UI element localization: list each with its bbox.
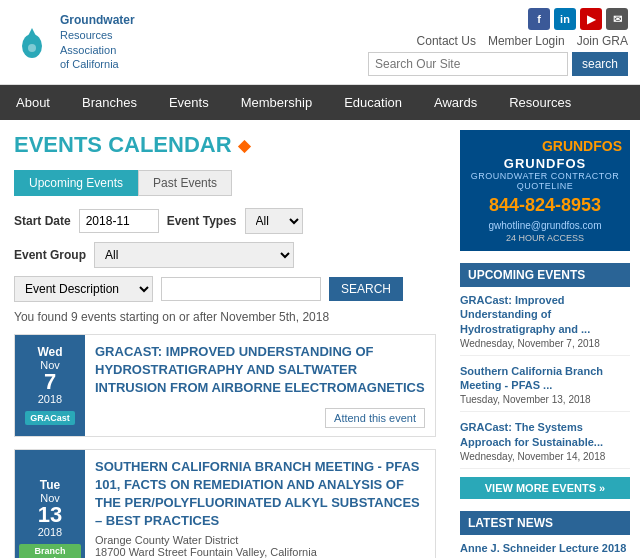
- upcoming-events-title: UPCOMING EVENTS: [460, 263, 630, 287]
- news-title-1: Anne J. Schneider Lecture 2018 featuring…: [460, 541, 630, 558]
- header-right: f in ▶ ✉ Contact Us Member Login Join GR…: [368, 8, 628, 76]
- start-date-label: Start Date: [14, 214, 71, 228]
- attend-link-1[interactable]: Attend this event: [325, 408, 425, 428]
- rss-icon: ◆: [238, 136, 250, 155]
- main-nav: About Branches Events Membership Educati…: [0, 85, 640, 120]
- news-item-1: Anne J. Schneider Lecture 2018 featuring…: [460, 541, 630, 558]
- sidebar-upcoming-title-3: GRACast: The Systems Approach for Sustai…: [460, 420, 630, 449]
- search-input[interactable]: [368, 52, 568, 76]
- search-events-button[interactable]: SEARCH: [329, 277, 403, 301]
- youtube-icon[interactable]: ▶: [580, 8, 602, 30]
- ad-brand: GRUNDFOS: [468, 156, 622, 171]
- contact-us-link[interactable]: Contact Us: [417, 34, 476, 48]
- sidebar-upcoming-title-1: GRACast: Improved Understanding of Hydro…: [460, 293, 630, 336]
- nav-resources[interactable]: Resources: [493, 85, 587, 120]
- event-date-1: Wed Nov 7 2018 GRACast: [15, 335, 85, 436]
- ad-access: 24 HOUR ACCESS: [468, 233, 622, 243]
- event-group-select[interactable]: All: [94, 242, 294, 268]
- event-title-2: SOUTHERN CALIFORNIA BRANCH MEETING - PFA…: [95, 458, 425, 531]
- ad-phone: 844-824-8953: [468, 195, 622, 216]
- svg-marker-1: [24, 28, 40, 44]
- linkedin-icon[interactable]: in: [554, 8, 576, 30]
- event-body-2: SOUTHERN CALIFORNIA BRANCH MEETING - PFA…: [85, 450, 435, 558]
- main-content: EVENTS CALENDAR ◆ Upcoming Events Past E…: [0, 120, 640, 558]
- sidebar-upcoming-title-2: Southern California Branch Meeting - PFA…: [460, 364, 630, 393]
- event-body-1: GRACAST: IMPROVED UNDERSTANDING OF HYDRO…: [85, 335, 435, 436]
- filter-row-3: Event Description SEARCH: [14, 276, 436, 302]
- ad-email: gwhotline@grundfos.com: [468, 220, 622, 231]
- tab-upcoming[interactable]: Upcoming Events: [14, 170, 138, 196]
- sidebar-upcoming-1: GRACast: Improved Understanding of Hydro…: [460, 293, 630, 356]
- event-badge-2: Branch Meeting: [19, 544, 81, 558]
- sidebar-upcoming-date-3: Wednesday, November 14, 2018: [460, 451, 630, 462]
- join-gra-link[interactable]: Join GRA: [577, 34, 628, 48]
- social-links: f in ▶ ✉: [528, 8, 628, 30]
- event-types-select[interactable]: All: [245, 208, 303, 234]
- filter-row-2: Event Group All: [14, 242, 436, 268]
- event-location-2: Orange County Water District18700 Ward S…: [95, 534, 425, 558]
- event-date-2: Tue Nov 13 2018 Branch Meeting: [15, 450, 85, 558]
- nav-about[interactable]: About: [0, 85, 66, 120]
- nav-branches[interactable]: Branches: [66, 85, 153, 120]
- facebook-icon[interactable]: f: [528, 8, 550, 30]
- ad-sub: GROUNDWATER CONTRACTOR QUOTELINE: [468, 171, 622, 191]
- logo-icon: [12, 22, 52, 62]
- event-card-2: Tue Nov 13 2018 Branch Meeting SOUTHERN …: [14, 449, 436, 558]
- event-badge-1: GRACast: [25, 411, 75, 425]
- nav-education[interactable]: Education: [328, 85, 418, 120]
- svg-point-2: [28, 44, 36, 52]
- member-login-link[interactable]: Member Login: [488, 34, 565, 48]
- tab-past[interactable]: Past Events: [138, 170, 232, 196]
- event-group-label: Event Group: [14, 248, 86, 262]
- ad-logo: GRUNDFOS: [468, 138, 622, 154]
- filter-row-1: Start Date Event Types All: [14, 208, 436, 234]
- start-date-input[interactable]: [79, 209, 159, 233]
- content-area: EVENTS CALENDAR ◆ Upcoming Events Past E…: [0, 120, 450, 558]
- sidebar: GRUNDFOS GRUNDFOS GROUNDWATER CONTRACTOR…: [450, 120, 640, 558]
- sidebar-upcoming-2: Southern California Branch Meeting - PFA…: [460, 364, 630, 413]
- event-title-1: GRACAST: IMPROVED UNDERSTANDING OF HYDRO…: [95, 343, 425, 398]
- latest-news-title: LATEST NEWS: [460, 511, 630, 535]
- sidebar-upcoming-date-1: Wednesday, November 7, 2018: [460, 338, 630, 349]
- sidebar-ad: GRUNDFOS GRUNDFOS GROUNDWATER CONTRACTOR…: [460, 130, 630, 251]
- search-button[interactable]: search: [572, 52, 628, 76]
- description-input[interactable]: [161, 277, 321, 301]
- header: Groundwater Resources Association of Cal…: [0, 0, 640, 85]
- nav-membership[interactable]: Membership: [225, 85, 329, 120]
- sidebar-upcoming-3: GRACast: The Systems Approach for Sustai…: [460, 420, 630, 469]
- events-calendar-title: EVENTS CALENDAR ◆: [14, 132, 436, 158]
- email-icon[interactable]: ✉: [606, 8, 628, 30]
- event-types-label: Event Types: [167, 214, 237, 228]
- nav-events[interactable]: Events: [153, 85, 225, 120]
- event-description-select[interactable]: Event Description: [14, 276, 153, 302]
- view-more-events-button[interactable]: VIEW MORE EVENTS »: [460, 477, 630, 499]
- sidebar-upcoming-date-2: Tuesday, November 13, 2018: [460, 394, 630, 405]
- nav-awards[interactable]: Awards: [418, 85, 493, 120]
- logo-text: Groundwater Resources Association of Cal…: [60, 13, 135, 71]
- events-tabs: Upcoming Events Past Events: [14, 170, 436, 196]
- top-links: Contact Us Member Login Join GRA: [417, 34, 628, 48]
- search-bar: search: [368, 52, 628, 76]
- event-card-1: Wed Nov 7 2018 GRACast GRACAST: IMPROVED…: [14, 334, 436, 437]
- logo-area: Groundwater Resources Association of Cal…: [12, 13, 135, 71]
- results-info: You found 9 events starting on or after …: [14, 310, 436, 324]
